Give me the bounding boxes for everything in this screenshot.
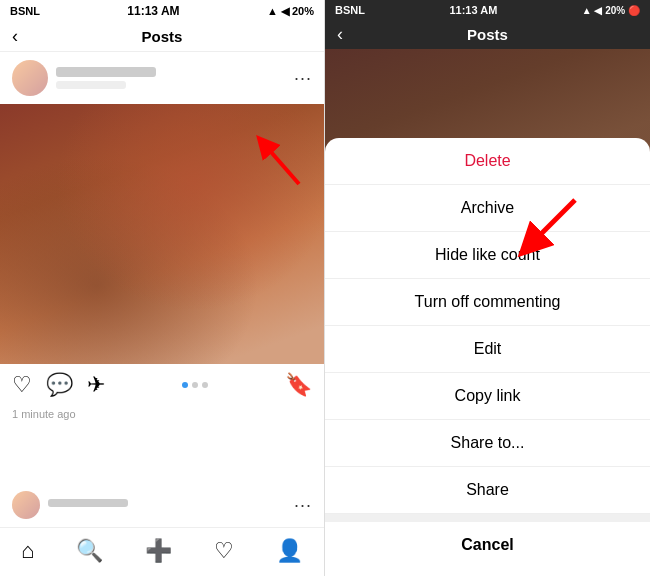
post-header: ··· — [0, 52, 324, 104]
svg-line-1 — [264, 144, 299, 184]
right-nav-title: Posts — [467, 26, 508, 43]
turn-off-commenting-option[interactable]: Turn off commenting — [325, 279, 650, 326]
copy-link-option[interactable]: Copy link — [325, 373, 650, 420]
activity-tab[interactable]: ♡ — [214, 538, 234, 564]
dot-2 — [192, 382, 198, 388]
add-tab[interactable]: ➕ — [145, 538, 172, 564]
share-option[interactable]: Share — [325, 467, 650, 514]
hide-like-count-option[interactable]: Hide like count — [325, 232, 650, 279]
avatar — [12, 60, 48, 96]
left-nav-bar: ‹ Posts — [0, 22, 324, 52]
left-panel: BSNL 11:13 AM ▲ ◀ 20% ‹ Posts ··· — [0, 0, 325, 576]
post-options-button[interactable]: ··· — [294, 68, 312, 89]
share-button[interactable]: ✈ — [87, 372, 105, 398]
second-avatar — [12, 491, 40, 519]
location-placeholder — [56, 81, 126, 89]
username-placeholder — [56, 67, 156, 77]
right-back-button[interactable]: ‹ — [337, 24, 343, 45]
cancel-option[interactable]: Cancel — [325, 514, 650, 568]
left-back-button[interactable]: ‹ — [12, 26, 18, 47]
arrow-annotation — [244, 124, 304, 184]
left-carrier: BSNL — [10, 5, 40, 17]
edit-option[interactable]: Edit — [325, 326, 650, 373]
dot-3 — [202, 382, 208, 388]
post-timestamp: 1 minute ago — [0, 406, 324, 422]
left-signal: ▲ ◀ 20% — [267, 5, 314, 18]
dot-1 — [182, 382, 188, 388]
post-actions-bar: ♡ 💬 ✈ 🔖 — [0, 364, 324, 406]
right-signal: ▲ ◀ 20% 🔴 — [582, 5, 640, 16]
search-tab[interactable]: 🔍 — [76, 538, 103, 564]
right-panel: BSNL 11:13 AM ▲ ◀ 20% 🔴 ‹ Posts Delete A… — [325, 0, 650, 576]
archive-option[interactable]: Archive — [325, 185, 650, 232]
bottom-navigation: ⌂ 🔍 ➕ ♡ 👤 — [0, 527, 324, 576]
left-nav-title: Posts — [142, 28, 183, 45]
share-to-option[interactable]: Share to... — [325, 420, 650, 467]
post-image — [0, 104, 324, 364]
carousel-indicators — [182, 382, 208, 388]
profile-tab[interactable]: 👤 — [276, 538, 303, 564]
comment-button[interactable]: 💬 — [46, 372, 73, 398]
right-nav-bar: ‹ Posts — [325, 20, 650, 49]
action-sheet: Delete Archive Hide like count Turn off … — [325, 138, 650, 576]
right-status-bar: BSNL 11:13 AM ▲ ◀ 20% 🔴 — [325, 0, 650, 20]
second-username-block — [48, 499, 286, 511]
second-post-options-button[interactable]: ··· — [294, 495, 312, 516]
left-status-bar: BSNL 11:13 AM ▲ ◀ 20% — [0, 0, 324, 22]
right-carrier: BSNL — [335, 4, 365, 16]
like-button[interactable]: ♡ — [12, 372, 32, 398]
second-username-placeholder — [48, 499, 128, 507]
bookmark-button[interactable]: 🔖 — [285, 372, 312, 398]
left-time: 11:13 AM — [127, 4, 179, 18]
second-post-header: ··· — [0, 483, 324, 527]
watermark: wsxdrn.com — [598, 564, 646, 574]
username-block — [56, 67, 286, 89]
delete-option[interactable]: Delete — [325, 138, 650, 185]
home-tab[interactable]: ⌂ — [21, 538, 34, 564]
right-time: 11:13 AM — [449, 4, 497, 16]
